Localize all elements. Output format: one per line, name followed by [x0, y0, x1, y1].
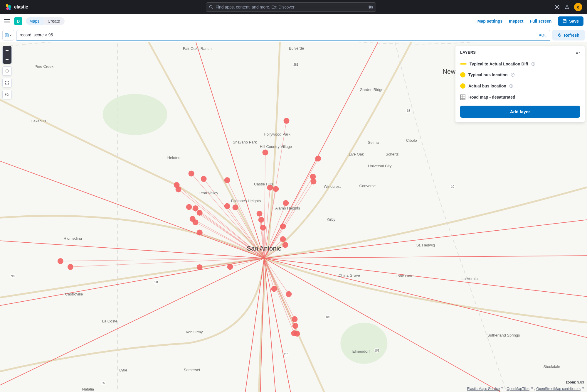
svg-line-10	[556, 8, 556, 9]
svg-point-100	[286, 291, 292, 297]
svg-point-84	[224, 177, 230, 183]
map-place-label: Somerset	[184, 367, 200, 372]
svg-point-92	[260, 225, 266, 231]
svg-point-89	[263, 150, 268, 156]
svg-point-82	[197, 229, 203, 235]
target-icon	[5, 69, 9, 73]
help-icon[interactable]	[554, 4, 560, 10]
full-screen-link[interactable]: Full screen	[530, 19, 551, 23]
map-place-label: Helotes	[167, 156, 180, 160]
query-bar: KQL Refresh	[0, 28, 587, 42]
search-icon	[209, 5, 213, 9]
refresh-button[interactable]: Refresh	[552, 30, 585, 40]
svg-line-5	[212, 8, 213, 9]
fit-bounds-button[interactable]	[3, 67, 11, 75]
external-icon	[530, 387, 533, 390]
map-place-label: Lakehills	[31, 119, 46, 123]
svg-point-3	[9, 8, 11, 10]
map-place-label: Alamo Heights	[275, 206, 300, 210]
svg-point-96	[283, 200, 289, 206]
attrib-openmaptiles[interactable]: OpenMapTiles	[507, 387, 533, 391]
zoom-in-button[interactable]	[3, 46, 11, 55]
map-place-label: Fair Oaks Ranch	[183, 46, 212, 51]
attrib-osm[interactable]: OpenStreetMap contributors	[536, 387, 584, 391]
svg-line-8	[556, 6, 556, 6]
map-place-label: Castroville	[65, 292, 83, 296]
layer-label: Actual bus location	[468, 84, 506, 88]
timeslider-button[interactable]	[3, 90, 11, 99]
zoom-out-button[interactable]	[3, 55, 11, 64]
layer-swatch-dot	[460, 72, 465, 77]
svg-point-98	[280, 236, 286, 242]
query-input[interactable]: KQL	[16, 30, 550, 40]
layer-row[interactable]: Actual bus location	[460, 80, 580, 92]
user-avatar[interactable]: e	[574, 3, 582, 11]
layer-label: Road map - desaturated	[468, 95, 515, 99]
map-place-label: Bulverde	[289, 46, 304, 50]
layers-title: LAYERS	[460, 50, 476, 55]
map-place-label: La Vernia	[462, 276, 478, 281]
external-icon	[581, 387, 584, 390]
query-field[interactable]	[20, 33, 536, 37]
map-place-label: Pine Creek	[35, 64, 53, 69]
svg-point-18	[103, 94, 167, 135]
map-place-label: Windcrest	[324, 184, 341, 189]
logo[interactable]: elastic	[5, 4, 28, 11]
svg-point-75	[176, 187, 181, 192]
layer-row[interactable]: Typical bus location	[460, 69, 580, 80]
map-place-label: Cibolo	[406, 138, 417, 142]
inspect-link[interactable]: Inspect	[509, 19, 523, 23]
map-place-label: San Antonio	[247, 245, 282, 252]
refresh-icon	[558, 33, 562, 37]
layer-swatch-grid	[460, 94, 465, 100]
extent-control	[2, 78, 12, 87]
query-options-button[interactable]	[2, 30, 14, 40]
collapse-icon[interactable]	[575, 50, 580, 55]
svg-rect-12	[563, 19, 566, 23]
extent-button[interactable]	[3, 78, 11, 87]
add-layer-button[interactable]: Add layer	[460, 106, 580, 118]
layers-panel: LAYERS Typical to Actual Location DiffTy…	[455, 46, 585, 122]
road-number: 281	[284, 352, 290, 356]
attrib-elastic[interactable]: Elastic Maps Service	[467, 387, 503, 391]
svg-point-90	[257, 211, 263, 217]
breadcrumbs: Maps Create	[26, 17, 65, 25]
layer-row[interactable]: Typical to Actual Location Diff	[460, 59, 580, 69]
timeslider-control	[2, 90, 12, 99]
space-badge[interactable]: D	[14, 17, 22, 25]
svg-point-91	[258, 217, 264, 223]
locate-control	[2, 66, 12, 76]
map-place-label: Elmendorf	[352, 349, 370, 353]
svg-point-2	[6, 7, 9, 10]
global-search-input[interactable]	[216, 5, 366, 9]
save-button[interactable]: Save	[558, 16, 583, 26]
road-number: 10	[450, 184, 455, 189]
map-place-label: Hollywood Park	[264, 132, 290, 136]
newsfeed-icon[interactable]	[564, 4, 570, 10]
map-place-label: Natalia	[82, 387, 94, 391]
expand-icon	[5, 81, 9, 85]
nav-toggle-icon[interactable]	[4, 18, 11, 25]
map-place-label: La Coste	[102, 319, 117, 323]
map-place-label: Kirby	[327, 217, 336, 222]
svg-point-105	[315, 156, 321, 162]
global-search[interactable]: ⌘/	[206, 2, 376, 12]
map-place-label: Garden Ridge	[360, 87, 384, 92]
map-controls	[2, 46, 12, 102]
query-lang-tag[interactable]: KQL	[539, 33, 546, 37]
map[interactable]: San AntonioNewFair Oaks RanchBulverdePin…	[0, 42, 587, 392]
layer-label: Typical to Actual Location Diff	[470, 62, 528, 66]
layer-row[interactable]: Road map - desaturated	[460, 92, 580, 103]
breadcrumb-maps[interactable]: Maps	[26, 17, 44, 25]
road-number: 281	[293, 62, 299, 67]
road-number: 90	[153, 280, 159, 285]
svg-point-104	[291, 330, 297, 336]
map-place-label: Live Oak	[349, 152, 364, 156]
save-icon	[563, 19, 567, 23]
map-place-label: Selma	[368, 140, 379, 144]
map-settings-link[interactable]: Map settings	[477, 19, 503, 23]
map-place-label: Sutherland Springs	[487, 333, 520, 337]
search-shortcut: ⌘/	[368, 5, 373, 9]
external-icon	[500, 387, 503, 390]
zoom-controls	[2, 46, 12, 64]
